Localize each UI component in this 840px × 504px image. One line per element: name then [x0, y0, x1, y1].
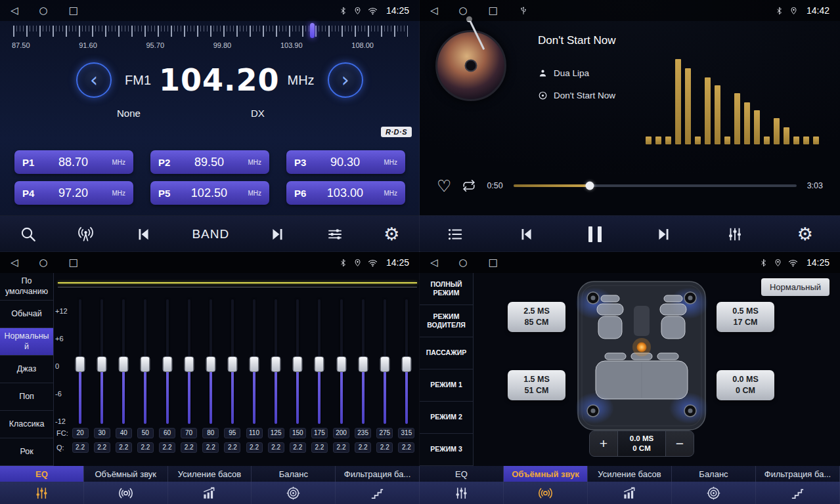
eq-band-slider[interactable]	[93, 299, 111, 424]
eq-band-slider[interactable]	[136, 299, 154, 424]
mode-passenger[interactable]: ПАССАЖИР	[420, 337, 473, 369]
recents-icon[interactable]: □	[69, 5, 78, 16]
tab-surround[interactable]: Объёмный звук	[84, 466, 168, 482]
home-icon[interactable]: ○	[39, 5, 48, 16]
back-icon[interactable]: ◁	[11, 257, 18, 268]
back-icon[interactable]: ◁	[430, 257, 438, 268]
tab-filtering[interactable]: Фильтрация ба...	[336, 466, 420, 482]
mode-2[interactable]: РЕЖИМ 2	[420, 402, 473, 434]
previous-track-icon[interactable]	[518, 226, 535, 243]
delay-rear-right-button[interactable]: 0.0 MS 0 CM	[717, 370, 774, 400]
eq-band-slider[interactable]	[397, 299, 416, 424]
filtering-tab-icon[interactable]	[336, 482, 420, 504]
eq-preset-classic[interactable]: Классика	[0, 411, 53, 438]
eq-band-slider[interactable]	[202, 299, 220, 424]
preset-button-p5[interactable]: P5 102.50 MHz	[150, 181, 269, 205]
eq-slider-handle[interactable]	[315, 356, 324, 372]
back-icon[interactable]: ◁	[11, 5, 18, 16]
surround-preset-button[interactable]: Нормальный	[761, 278, 829, 296]
delay-decrease-button[interactable]: −	[666, 431, 694, 456]
filtering-tab-icon[interactable]	[756, 482, 840, 504]
mode-driver[interactable]: РЕЖИМ ВОДИТЕЛЯ	[420, 305, 473, 337]
balance-tab-icon[interactable]	[672, 482, 756, 504]
tab-eq[interactable]: EQ	[420, 466, 504, 482]
eq-band-slider[interactable]	[376, 299, 394, 424]
eq-band-slider[interactable]	[223, 299, 242, 424]
preset-button-p2[interactable]: P2 89.50 MHz	[150, 150, 269, 174]
next-track-icon[interactable]	[655, 226, 673, 243]
eq-band-slider[interactable]	[332, 299, 351, 424]
preset-button-p3[interactable]: P3 90.30 MHz	[286, 150, 405, 174]
eq-slider-handle[interactable]	[401, 356, 411, 372]
tab-bass-boost[interactable]: Усиление басов	[588, 466, 672, 482]
next-station-icon[interactable]	[269, 226, 286, 243]
eq-band-slider[interactable]	[267, 299, 285, 424]
eq-tab-icon[interactable]	[420, 482, 504, 504]
eq-slider-handle[interactable]	[380, 356, 389, 372]
playlist-icon[interactable]	[447, 226, 464, 243]
eq-slider-handle[interactable]	[227, 356, 237, 372]
broadcast-scan-icon[interactable]	[77, 225, 95, 243]
bass-boost-tab-icon[interactable]	[168, 482, 252, 504]
frequency-scale[interactable]: 87.50 91.60 95.70 99.80 103.90 108.00	[0, 21, 420, 56]
eq-slider-handle[interactable]	[76, 356, 85, 372]
band-button[interactable]: BAND	[192, 227, 229, 242]
eq-band-slider[interactable]	[71, 299, 89, 424]
home-icon[interactable]: ○	[39, 257, 48, 268]
balance-tab-icon[interactable]	[252, 482, 336, 504]
eq-band-slider[interactable]	[354, 299, 372, 424]
eq-slider-handle[interactable]	[271, 356, 281, 372]
mode-1[interactable]: РЕЖИМ 1	[420, 369, 473, 402]
eq-preset-custom[interactable]: Обычай	[0, 301, 53, 328]
eq-slider-handle[interactable]	[358, 356, 368, 372]
mode-full[interactable]: ПОЛНЫЙ РЕЖИМ	[420, 273, 473, 305]
eq-band-slider[interactable]	[158, 299, 177, 424]
favorite-heart-icon[interactable]: ♡	[437, 178, 451, 194]
eq-slider-handle[interactable]	[97, 356, 107, 372]
preset-button-p1[interactable]: P1 88.70 MHz	[14, 150, 133, 174]
mixer-icon[interactable]	[726, 226, 743, 243]
eq-slider-handle[interactable]	[162, 356, 172, 372]
tab-eq[interactable]: EQ	[0, 466, 84, 482]
tab-surround[interactable]: Объёмный звук	[504, 466, 588, 482]
eq-slider-handle[interactable]	[293, 356, 303, 372]
eq-slider-handle[interactable]	[141, 356, 150, 372]
recents-icon[interactable]: □	[69, 257, 78, 268]
eq-slider-handle[interactable]	[336, 356, 346, 372]
surround-tab-icon[interactable]	[504, 482, 588, 504]
eq-slider-handle[interactable]	[184, 356, 194, 372]
seek-knob[interactable]	[586, 182, 594, 190]
eq-slider-handle[interactable]	[250, 356, 259, 372]
mode-3[interactable]: РЕЖИМ 3	[420, 434, 473, 466]
settings-gear-icon[interactable]: ⚙	[384, 225, 399, 243]
eq-preset-jazz[interactable]: Джаз	[0, 356, 53, 383]
eq-band-slider[interactable]	[288, 299, 307, 424]
delay-front-right-button[interactable]: 0.5 MS 17 CM	[717, 302, 774, 332]
preset-button-p4[interactable]: P4 97.20 MHz	[14, 181, 133, 205]
eq-preset-rock[interactable]: Рок	[0, 438, 53, 466]
tune-up-button[interactable]: ›	[328, 62, 363, 98]
eq-preset-default[interactable]: По умолчанию	[0, 273, 53, 301]
eq-band-slider[interactable]	[114, 299, 133, 424]
delay-front-left-button[interactable]: 2.5 MS 85 CM	[508, 302, 565, 332]
recents-icon[interactable]: □	[489, 5, 498, 16]
eq-tab-icon[interactable]	[0, 482, 84, 504]
eq-preset-pop[interactable]: Поп	[0, 383, 53, 411]
seek-bar[interactable]	[514, 184, 797, 187]
settings-gear-icon[interactable]: ⚙	[797, 225, 813, 243]
tab-balance[interactable]: Баланс	[252, 466, 336, 482]
preset-button-p6[interactable]: P6 103.00 MHz	[286, 181, 405, 205]
search-icon[interactable]	[20, 226, 37, 243]
back-icon[interactable]: ◁	[430, 5, 438, 16]
pause-button[interactable]	[588, 226, 602, 242]
tune-down-button[interactable]: ‹	[76, 62, 112, 98]
home-icon[interactable]: ○	[459, 5, 468, 16]
eq-band-slider[interactable]	[245, 299, 263, 424]
frequency-pointer[interactable]	[310, 23, 315, 38]
delay-rear-left-button[interactable]: 1.5 MS 51 CM	[508, 370, 565, 400]
eq-band-slider[interactable]	[180, 299, 198, 424]
tab-bass-boost[interactable]: Усиление басов	[168, 466, 252, 482]
eq-slider-handle[interactable]	[206, 356, 215, 372]
eq-band-slider[interactable]	[310, 299, 328, 424]
recents-icon[interactable]: □	[489, 257, 498, 268]
